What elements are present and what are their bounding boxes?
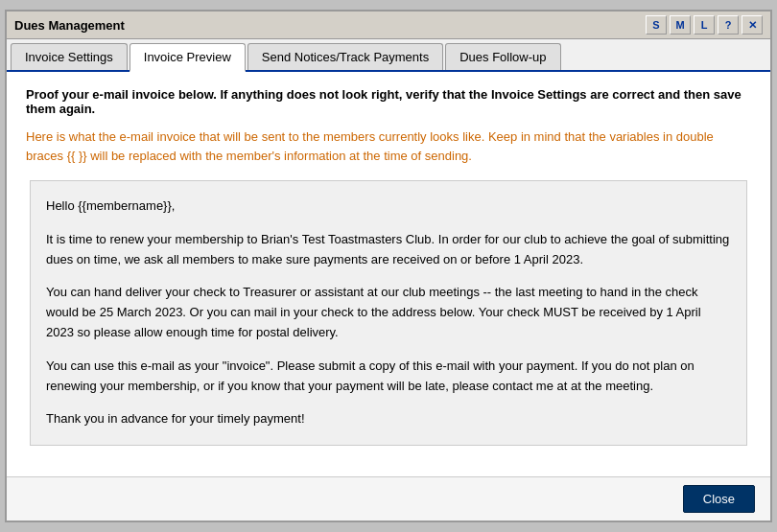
close-button[interactable]: Close	[683, 485, 755, 513]
info-text: Here is what the e-mail invoice that wil…	[26, 127, 751, 165]
email-para1: It is time to renew your membership to B…	[46, 230, 731, 270]
size-m-button[interactable]: M	[670, 15, 691, 35]
tab-invoice-preview[interactable]: Invoice Preview	[130, 43, 246, 72]
footer-bar: Close	[7, 476, 770, 520]
title-bar-buttons: S M L ? ✕	[646, 15, 763, 35]
tab-bar: Invoice Settings Invoice Preview Send No…	[7, 39, 770, 72]
email-preview: Hello {{membername}}, It is time to rene…	[30, 180, 747, 446]
tab-send-notices[interactable]: Send Notices/Track Payments	[247, 43, 443, 70]
window-close-button[interactable]: ✕	[742, 15, 763, 35]
size-s-button[interactable]: S	[646, 15, 667, 35]
email-para4: Thank you in advance for your timely pay…	[46, 409, 731, 429]
email-greeting: Hello {{membername}},	[46, 197, 731, 217]
proof-notice: Proof your e-mail invoice below. If anyt…	[26, 87, 751, 116]
size-l-button[interactable]: L	[694, 15, 715, 35]
content-area: Proof your e-mail invoice below. If anyt…	[7, 72, 770, 476]
dialog-title: Dues Management	[14, 18, 125, 33]
tab-dues-followup[interactable]: Dues Follow-up	[445, 43, 560, 70]
tab-invoice-settings[interactable]: Invoice Settings	[11, 43, 128, 70]
title-bar-left: Dues Management	[14, 18, 125, 33]
email-para2: You can hand deliver your check to Treas…	[46, 283, 731, 342]
title-bar: Dues Management S M L ? ✕	[7, 12, 770, 39]
dues-management-dialog: Dues Management S M L ? ✕ Invoice Settin…	[5, 10, 772, 522]
help-button[interactable]: ?	[718, 15, 739, 35]
email-para3: You can use this e-mail as your "invoice…	[46, 357, 731, 397]
